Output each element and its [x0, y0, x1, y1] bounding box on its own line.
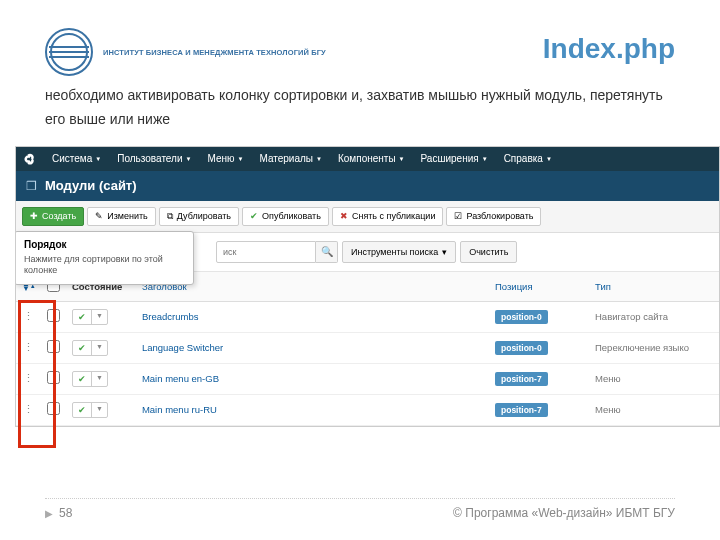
menu-content[interactable]: Материалы▼	[251, 147, 330, 171]
globe-icon	[45, 28, 93, 76]
edit-icon: ✎	[95, 211, 103, 221]
module-title-link[interactable]: Language Switcher	[142, 342, 223, 353]
col-type[interactable]: Тип	[589, 272, 719, 302]
module-type: Меню	[589, 394, 719, 425]
drag-handle-icon[interactable]: ⋮	[23, 403, 34, 415]
caret-down-icon: ▼	[92, 403, 107, 417]
page-title: Index.php	[543, 33, 675, 65]
menu-extensions[interactable]: Расширения▼	[413, 147, 496, 171]
position-badge: position-7	[495, 403, 548, 417]
drag-handle-icon[interactable]: ⋮	[23, 341, 34, 353]
page-number: 58	[59, 506, 72, 520]
cube-icon: ❒	[26, 179, 37, 193]
menu-system[interactable]: Система▼	[44, 147, 109, 171]
footer: ▶58 © Программа «Web-дизайн» ИБМТ БГУ	[45, 506, 675, 520]
copy-icon: ⧉	[167, 211, 173, 222]
module-title-link[interactable]: Main menu en-GB	[142, 373, 219, 384]
search-row: Порядок Нажмите для сортировки по этой к…	[16, 233, 719, 272]
check-icon: ✔	[250, 211, 258, 221]
institute-name: ИНСТИТУТ БИЗНЕСА И МЕНЕДЖМЕНТА ТЕХНОЛОГИ…	[103, 48, 326, 57]
state-toggle[interactable]: ✔▼	[72, 340, 108, 356]
table-row: ⋮✔▼Language Switcherposition-0Переключен…	[16, 332, 719, 363]
table-row: ⋮✔▼Main menu en-GBposition-7Меню	[16, 363, 719, 394]
modules-title: Модули (сайт)	[45, 178, 137, 193]
page-title-bar: ❒ Модули (сайт)	[16, 171, 719, 201]
menu-users[interactable]: Пользователи▼	[109, 147, 199, 171]
menu-help[interactable]: Справка▼	[496, 147, 560, 171]
order-tooltip: Порядок Нажмите для сортировки по этой к…	[15, 231, 194, 285]
search-tools-button[interactable]: Инструменты поиска ▾	[342, 241, 456, 263]
plus-icon: ✚	[30, 211, 38, 221]
module-type: Переключение языко	[589, 332, 719, 363]
drag-handle-icon[interactable]: ⋮	[23, 372, 34, 384]
table-row: ⋮✔▼Main menu ru-RUposition-7Меню	[16, 394, 719, 425]
caret-down-icon: ▼	[92, 341, 107, 355]
check-icon: ✔	[73, 310, 92, 324]
tooltip-title: Порядок	[24, 239, 184, 250]
toolbar: ✚Создать ✎Изменить ⧉Дублировать ✔Опублик…	[16, 201, 719, 233]
check-icon: ✔	[73, 403, 92, 417]
x-icon: ✖	[340, 211, 348, 221]
module-type: Меню	[589, 363, 719, 394]
state-toggle[interactable]: ✔▼	[72, 371, 108, 387]
row-checkbox[interactable]	[47, 402, 60, 415]
modules-table: ▲▼▴ Состояние Заголовок Позиция Тип ⋮✔▼B…	[16, 272, 719, 426]
row-checkbox[interactable]	[47, 371, 60, 384]
search-go-button[interactable]: 🔍	[316, 241, 338, 263]
position-badge: position-0	[495, 341, 548, 355]
module-title-link[interactable]: Main menu ru-RU	[142, 404, 217, 415]
state-toggle[interactable]: ✔▼	[72, 309, 108, 325]
duplicate-button[interactable]: ⧉Дублировать	[159, 207, 239, 226]
description-text: необходимо активировать колонку сортиров…	[0, 82, 720, 140]
tooltip-body: Нажмите для сортировки по этой колонке	[24, 254, 184, 277]
edit-button[interactable]: ✎Изменить	[87, 207, 156, 226]
menu-menus[interactable]: Меню▼	[199, 147, 251, 171]
unlock-button[interactable]: ☑Разблокировать	[446, 207, 541, 226]
unpublish-button[interactable]: ✖Снять с публикации	[332, 207, 444, 226]
row-checkbox[interactable]	[47, 309, 60, 322]
col-position[interactable]: Позиция	[489, 272, 589, 302]
module-type: Навигатор сайта	[589, 301, 719, 332]
publish-button[interactable]: ✔Опубликовать	[242, 207, 329, 226]
caret-down-icon: ▼	[92, 310, 107, 324]
position-badge: position-0	[495, 310, 548, 324]
position-badge: position-7	[495, 372, 548, 386]
drag-handle-icon[interactable]: ⋮	[23, 310, 34, 322]
search-input[interactable]	[216, 241, 316, 263]
search-box: 🔍	[216, 241, 338, 263]
row-checkbox[interactable]	[47, 340, 60, 353]
play-icon: ▶	[45, 508, 53, 519]
search-icon: 🔍	[321, 246, 333, 257]
module-title-link[interactable]: Breadcrumbs	[142, 311, 199, 322]
joomla-icon[interactable]	[16, 152, 44, 166]
institute-logo-block: ИНСТИТУТ БИЗНЕСА И МЕНЕДЖМЕНТА ТЕХНОЛОГИ…	[45, 28, 326, 76]
joomla-screenshot: Система▼ Пользователи▼ Меню▼ Материалы▼ …	[15, 146, 720, 427]
state-toggle[interactable]: ✔▼	[72, 402, 108, 418]
menu-components[interactable]: Компоненты▼	[330, 147, 413, 171]
caret-down-icon: ▾	[442, 247, 447, 257]
check-icon: ✔	[73, 372, 92, 386]
unlock-icon: ☑	[454, 211, 462, 221]
create-button[interactable]: ✚Создать	[22, 207, 84, 226]
admin-top-menu: Система▼ Пользователи▼ Меню▼ Материалы▼ …	[16, 147, 719, 171]
clear-button[interactable]: Очистить	[460, 241, 517, 263]
table-row: ⋮✔▼Breadcrumbsposition-0Навигатор сайта	[16, 301, 719, 332]
check-icon: ✔	[73, 341, 92, 355]
copyright: © Программа «Web-дизайн» ИБМТ БГУ	[453, 506, 675, 520]
caret-down-icon: ▼	[92, 372, 107, 386]
